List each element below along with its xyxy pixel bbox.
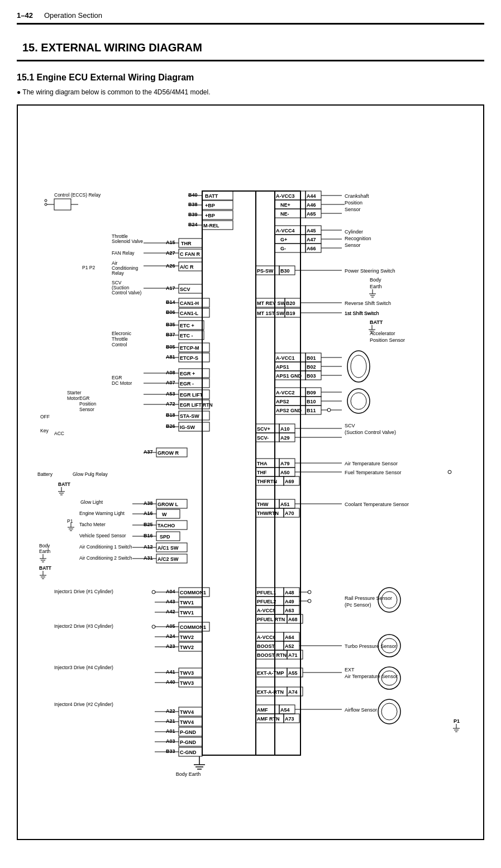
svg-text:A44: A44	[307, 193, 316, 199]
svg-text:A-VCC4: A-VCC4	[276, 228, 295, 233]
diagram-svg: Control (ECCS) Relay B40 BATT B38 +BP B3…	[23, 114, 481, 829]
svg-text:Position: Position	[345, 200, 362, 206]
svg-text:A10: A10	[280, 426, 290, 432]
svg-text:OFF: OFF	[40, 414, 50, 419]
svg-text:G-: G-	[280, 246, 286, 251]
svg-text:A43: A43	[166, 599, 175, 604]
svg-text:THR: THR	[181, 241, 192, 246]
b40-label: B40	[188, 192, 198, 198]
svg-text:Control: Control	[112, 342, 127, 347]
page: 1–42 Operation Section 15. EXTERNAL WIRI…	[0, 0, 501, 851]
svg-text:A04: A04	[166, 589, 175, 594]
svg-text:P1: P1	[67, 518, 73, 524]
svg-text:A22: A22	[166, 708, 175, 714]
svg-text:ETCP-M: ETCP-M	[180, 345, 199, 351]
svg-text:A52: A52	[285, 643, 294, 649]
svg-text:APS1 GND: APS1 GND	[276, 373, 302, 379]
svg-text:EXT-A-TMP: EXT-A-TMP	[257, 670, 284, 676]
svg-text:A46: A46	[307, 202, 316, 208]
svg-text:Sensor: Sensor	[345, 207, 361, 212]
svg-text:A55: A55	[288, 670, 298, 676]
svg-text:A-VCC6: A-VCC6	[257, 635, 276, 640]
svg-text:THFRTN: THFRTN	[257, 479, 277, 484]
svg-text:B20: B20	[286, 301, 295, 306]
svg-text:M-REL: M-REL	[203, 223, 220, 228]
svg-text:A74: A74	[288, 689, 298, 695]
svg-text:CAN1-L: CAN1-L	[180, 311, 199, 316]
svg-text:A-VCC3: A-VCC3	[276, 193, 295, 199]
svg-text:Cylinder: Cylinder	[345, 229, 363, 235]
svg-text:Air Temperature Sensor: Air Temperature Sensor	[345, 461, 398, 466]
svg-text:Elecronic: Elecronic	[112, 331, 132, 336]
svg-text:ETC -: ETC -	[180, 333, 193, 338]
svg-text:TWV2: TWV2	[180, 635, 194, 640]
svg-text:BATT: BATT	[205, 193, 218, 199]
svg-text:Airflow Sensor: Airflow Sensor	[345, 707, 377, 713]
svg-text:B10: B10	[307, 399, 316, 404]
svg-text:Accelerator: Accelerator	[370, 331, 395, 336]
svg-text:APS1: APS1	[276, 364, 289, 370]
svg-text:B35: B35	[166, 322, 175, 327]
svg-text:GROW L: GROW L	[158, 502, 178, 507]
svg-text:B02: B02	[307, 364, 316, 370]
svg-text:THW: THW	[257, 502, 269, 507]
svg-text:SCV-: SCV-	[257, 435, 269, 441]
svg-text:A38: A38	[144, 500, 153, 506]
svg-text:A79: A79	[280, 461, 290, 466]
svg-text:A23: A23	[166, 643, 175, 649]
svg-text:A/C1 SW: A/C1 SW	[158, 545, 179, 551]
svg-text:A45: A45	[307, 228, 316, 233]
svg-text:A81: A81	[166, 354, 175, 360]
svg-text:SCV: SCV	[345, 423, 355, 428]
svg-text:(Suction Control Valve): (Suction Control Valve)	[345, 430, 396, 435]
page-number: 1–42	[17, 11, 33, 20]
svg-text:Earth: Earth	[370, 284, 382, 289]
svg-text:EGR: EGR	[112, 375, 122, 380]
note: ● The wiring diagram below is common to …	[17, 88, 484, 96]
svg-text:B19: B19	[286, 311, 295, 316]
svg-text:IG-SW: IG-SW	[180, 425, 195, 430]
svg-text:FAN Relay: FAN Relay	[112, 250, 135, 256]
svg-text:TWV3: TWV3	[180, 670, 194, 676]
svg-text:Fuel Temperature Sensor: Fuel Temperature Sensor	[345, 470, 401, 475]
svg-text:B33: B33	[166, 748, 175, 754]
svg-text:Injector1 Drive (#1 Cylinder): Injector1 Drive (#1 Cylinder)	[54, 589, 113, 594]
svg-text:B25: B25	[144, 522, 153, 527]
svg-text:A15: A15	[166, 240, 175, 245]
svg-text:TWV4: TWV4	[180, 719, 194, 725]
svg-text:B01: B01	[307, 355, 316, 361]
svg-text:B03: B03	[307, 373, 316, 379]
svg-text:A37: A37	[144, 449, 153, 455]
svg-point-175	[351, 393, 366, 409]
svg-text:P-GND: P-GND	[180, 729, 197, 735]
svg-point-444	[381, 703, 397, 720]
svg-text:BOOST RTN: BOOST RTN	[257, 652, 287, 658]
svg-text:A40: A40	[166, 679, 175, 685]
svg-text:A/C2 SW: A/C2 SW	[158, 556, 179, 562]
svg-text:Tacho Meter: Tacho Meter	[79, 522, 106, 527]
svg-text:A05: A05	[166, 623, 175, 629]
svg-text:Air Temperature Sensor: Air Temperature Sensor	[345, 674, 398, 679]
svg-text:A73: A73	[285, 716, 294, 722]
svg-text:B14: B14	[166, 299, 175, 305]
svg-text:B05: B05	[166, 344, 175, 350]
svg-text:Glow Light: Glow Light	[80, 499, 103, 505]
svg-text:Glow Pulg Relay: Glow Pulg Relay	[73, 471, 108, 477]
svg-text:Rail Pressure Sensor: Rail Pressure Sensor	[345, 595, 392, 601]
svg-text:ACC: ACC	[54, 431, 64, 436]
svg-text:A-VCC5: A-VCC5	[257, 608, 276, 613]
svg-text:CAN1-H: CAN1-H	[180, 301, 199, 306]
svg-text:SCV: SCV	[180, 287, 190, 292]
sub-title: 15.1 Engine ECU External Wiring Diagram	[17, 73, 484, 83]
svg-text:A72: A72	[166, 401, 175, 407]
svg-text:Turbo Pressure Sensor: Turbo Pressure Sensor	[345, 643, 397, 649]
svg-text:Key: Key	[40, 428, 49, 433]
svg-text:EGR: EGR	[79, 395, 89, 401]
svg-text:PFUEL1: PFUEL1	[257, 590, 276, 595]
svg-text:Throttle: Throttle	[112, 336, 128, 342]
svg-text:NE+: NE+	[280, 202, 290, 208]
svg-text:Battery: Battery	[37, 471, 53, 477]
svg-text:P1 P2: P1 P2	[82, 265, 95, 270]
svg-text:ETC +: ETC +	[180, 323, 194, 328]
section-label: Operation Section	[44, 11, 102, 20]
